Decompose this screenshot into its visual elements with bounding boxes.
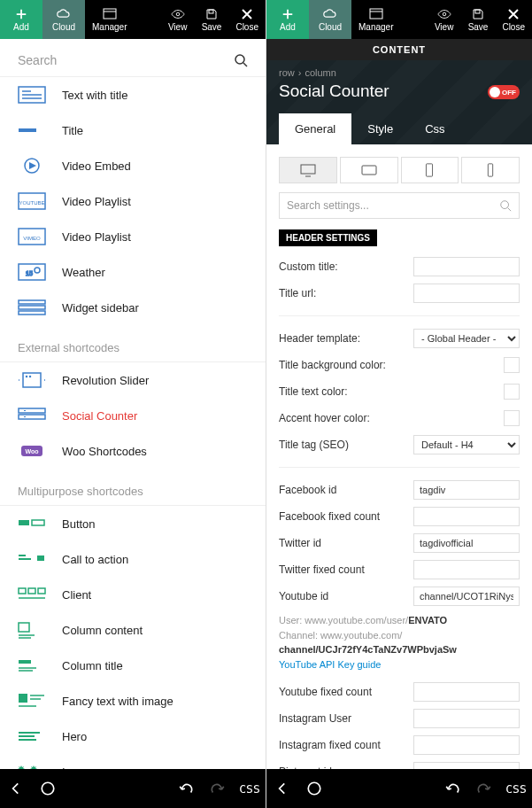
list-item-label: Text with title	[62, 89, 127, 102]
tw-id-input[interactable]	[413, 533, 520, 553]
list-item-text-title[interactable]: Text with title	[0, 77, 266, 113]
list-item-video-embed[interactable]: Video Embed	[0, 148, 266, 183]
col-content-icon	[18, 621, 46, 639]
list-item-col-content[interactable]: Column content	[0, 612, 266, 648]
undo-button[interactable]	[170, 773, 202, 804]
redo-button[interactable]	[468, 773, 500, 804]
list-item-label: Call to action	[62, 553, 128, 566]
fb-fixed-input[interactable]	[413, 507, 520, 526]
svg-point-41	[501, 201, 509, 209]
list-item-woo[interactable]: WooWoo Shortcodes	[0, 433, 266, 469]
title-bg-color[interactable]	[504, 357, 520, 373]
ig-fixed-input[interactable]	[413, 735, 520, 755]
svg-point-3	[235, 55, 244, 64]
close-button[interactable]: Close	[228, 0, 266, 39]
redo-button[interactable]	[202, 773, 234, 804]
cloud-button[interactable]: Cloud	[309, 0, 351, 39]
tab-css[interactable]: Css	[409, 113, 460, 144]
svg-point-1	[176, 12, 180, 16]
title-tag-select[interactable]: Default - H4	[413, 435, 520, 454]
list-item-button[interactable]: Button	[0, 506, 266, 541]
cloud-button[interactable]: Cloud	[42, 0, 85, 39]
svg-rect-40	[488, 164, 492, 176]
breadcrumb: row›column	[279, 67, 520, 78]
list-item-title[interactable]: Title	[0, 113, 266, 148]
list-item-youtube[interactable]: YOUTUBEVideo Playlist	[0, 183, 266, 219]
device-row	[266, 144, 532, 192]
svg-rect-14	[19, 300, 45, 304]
svg-point-18	[27, 377, 27, 377]
list-item-label: Widget sidebar	[62, 301, 139, 315]
youtube-api-link[interactable]: YouTube API Key guide	[279, 659, 381, 670]
view-button[interactable]: View	[428, 0, 461, 39]
add-button[interactable]: Add	[266, 0, 309, 39]
back-button[interactable]	[0, 773, 32, 804]
search-icon[interactable]	[234, 53, 248, 67]
device-phone[interactable]	[461, 157, 520, 183]
tab-general[interactable]: General	[279, 113, 351, 144]
yt-fixed-input[interactable]	[413, 682, 520, 702]
title-url-input[interactable]	[413, 284, 520, 303]
list-item-cta[interactable]: Call to action	[0, 541, 266, 577]
title-bg-label: Title background color:	[279, 359, 504, 371]
yt-id-label: Youtube id	[279, 590, 413, 602]
view-button[interactable]: View	[161, 0, 195, 39]
css-button[interactable]: CSS	[234, 773, 266, 804]
title-text-color[interactable]	[504, 384, 520, 400]
widget-icon	[18, 299, 46, 316]
list-item-label: Fancy text with image	[62, 695, 173, 708]
settings-search-input[interactable]	[287, 199, 499, 212]
svg-point-42	[308, 782, 320, 795]
device-tablet-landscape[interactable]	[340, 157, 398, 183]
section-header: Multipurpose shortcodes	[0, 469, 266, 506]
add-button[interactable]: Add	[0, 0, 42, 39]
on-off-toggle[interactable]: OFF	[488, 85, 520, 99]
list-item-revslider[interactable]: Revolution Slider	[0, 362, 266, 398]
list-item-label: Revolution Slider	[62, 374, 149, 387]
yt-id-input[interactable]	[413, 587, 520, 606]
list-item-label: Client	[62, 588, 91, 602]
list-item-icon[interactable]: Icon	[0, 754, 266, 769]
list-item-widget[interactable]: Widget sidebar	[0, 290, 266, 325]
undo-button[interactable]	[436, 773, 468, 804]
css-button[interactable]: CSS	[500, 773, 532, 804]
title-url-label: Title url:	[279, 287, 413, 299]
header-template-select[interactable]: - Global Header -	[413, 329, 520, 348]
save-button[interactable]: Save	[195, 0, 229, 39]
svg-rect-24	[19, 520, 29, 525]
tw-fixed-input[interactable]	[413, 560, 520, 579]
ig-user-input[interactable]	[413, 709, 520, 728]
icon-icon	[18, 763, 46, 769]
accent-color[interactable]	[504, 410, 520, 426]
list-item-hero[interactable]: Hero	[0, 719, 266, 754]
manager-button[interactable]: Manager	[351, 0, 400, 39]
close-button[interactable]: Close	[495, 0, 532, 39]
list-item-social-counter[interactable]: Social Counter	[0, 398, 266, 433]
fancy-icon	[18, 692, 46, 710]
list-item-col-title[interactable]: Column title	[0, 648, 266, 683]
manager-button[interactable]: Manager	[85, 0, 134, 39]
device-tablet-portrait[interactable]	[401, 157, 459, 183]
topbar-right: Add Cloud Manager View Save Close	[266, 0, 532, 39]
search-icon[interactable]	[499, 199, 512, 212]
list-item-weather[interactable]: 15Weather	[0, 254, 266, 290]
list-item-label: Video Playlist	[62, 230, 131, 244]
home-button[interactable]	[32, 773, 64, 804]
list-item-fancy[interactable]: Fancy text with image	[0, 683, 266, 719]
custom-title-input[interactable]	[413, 257, 520, 276]
page-title: Social Counter	[279, 82, 520, 101]
search-input[interactable]	[18, 53, 234, 67]
pin-id-input[interactable]	[413, 762, 520, 769]
device-desktop[interactable]	[279, 157, 337, 183]
home-button[interactable]	[298, 773, 330, 804]
list-item-label: Woo Shortcodes	[62, 445, 147, 458]
list-item-client[interactable]: Client	[0, 577, 266, 612]
bottombar-right: CSS	[266, 769, 532, 808]
svg-rect-2	[209, 10, 213, 13]
fb-id-input[interactable]	[413, 480, 520, 500]
save-button[interactable]: Save	[461, 0, 496, 39]
svg-rect-29	[38, 588, 45, 594]
back-button[interactable]	[266, 773, 298, 804]
tab-style[interactable]: Style	[351, 113, 409, 144]
list-item-vimeo[interactable]: VIMEOVideo Playlist	[0, 219, 266, 254]
